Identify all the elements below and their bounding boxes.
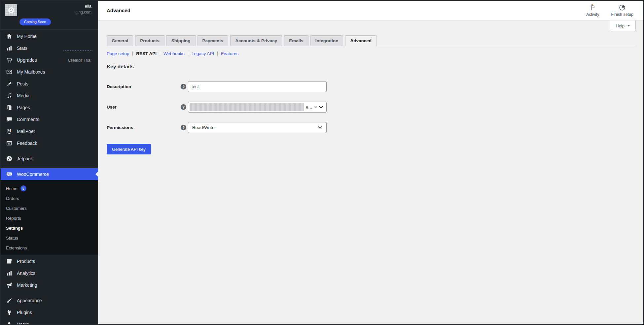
sidebar-item-label: My Home (17, 34, 37, 39)
home-count-badge: 5 (20, 185, 26, 191)
subnav-features[interactable]: Features (221, 51, 238, 56)
subnav-legacy-api[interactable]: Legacy API (192, 51, 214, 56)
tab-advanced[interactable]: Advanced (345, 35, 376, 46)
sidebar-item-label: Analytics (17, 271, 35, 276)
sidebar-item-users[interactable]: Users (1, 318, 98, 325)
mail-icon (6, 69, 13, 75)
sidebar-item-comments[interactable]: Comments (1, 114, 98, 125)
site-domain: aging.com (73, 10, 91, 15)
submenu-item-label: Home (6, 186, 18, 191)
clear-x-icon[interactable] (314, 106, 317, 109)
sidebar-item-plugins[interactable]: Plugins (1, 307, 98, 318)
subnav-webhooks[interactable]: Webhooks (163, 51, 185, 56)
topbar-actions: Activity Finish setup (586, 4, 633, 17)
sidebar-item-label: Media (17, 93, 29, 98)
user-label: User (107, 105, 181, 110)
submenu-item-settings[interactable]: Settings (1, 223, 98, 233)
woocommerce-icon: Woo (6, 171, 13, 178)
submenu-item-label: Status (6, 236, 18, 241)
svg-text:Woo: Woo (7, 173, 11, 175)
sidebar-item-mailpoet[interactable]: M MailPoet (1, 125, 98, 137)
topbar: Advanced Activity Finish setup (98, 1, 643, 20)
advanced-subnav: Page setup REST API Webhooks Legacy API … (107, 51, 635, 56)
permissions-value: Read/Write (192, 125, 214, 130)
user-value-truncated: e… (306, 105, 312, 110)
sidebar-item-products[interactable]: Products (1, 255, 98, 267)
sidebar-item-label: Stats (17, 46, 27, 51)
tab-shipping[interactable]: Shipping (166, 35, 196, 46)
user-select[interactable]: e… (188, 102, 327, 113)
permissions-label: Permissions (107, 125, 181, 130)
feedback-form-icon (6, 140, 13, 146)
submenu-item-status[interactable]: Status (1, 233, 98, 243)
sidebar-menu-lower: Products Analytics Marketing Appearance (1, 255, 98, 325)
submenu-item-reports[interactable]: Reports (1, 213, 98, 223)
pushpin-icon (6, 81, 13, 87)
help-icon[interactable]: ? (181, 84, 186, 89)
sidebar-item-label: Comments (17, 117, 39, 122)
sidebar-item-pages[interactable]: Pages (1, 102, 98, 114)
tab-payments[interactable]: Payments (197, 35, 229, 46)
sidebar-item-label: Appearance (17, 298, 42, 303)
sidebar-item-label: WooCommerce (17, 172, 49, 177)
submenu-item-orders[interactable]: Orders (1, 193, 98, 203)
subnav-page-setup[interactable]: Page setup (107, 51, 129, 56)
help-icon[interactable]: ? (181, 104, 186, 110)
product-box-icon (6, 258, 13, 265)
sidebar-item-appearance[interactable]: Appearance (1, 295, 98, 307)
sidebar-item-jetpack[interactable]: Jetpack (1, 153, 98, 165)
sidebar-item-stats[interactable]: Stats (1, 42, 98, 54)
tab-emails[interactable]: Emails (284, 35, 308, 46)
wp-admin-screen: ella aging.com Coming Soon My Home Stats (0, 0, 644, 325)
sidebar-item-label: My Mailboxes (17, 69, 45, 75)
activity-button[interactable]: Activity (586, 4, 599, 17)
sidebar-item-my-home[interactable]: My Home (1, 30, 98, 42)
coming-soon-badge[interactable]: Coming Soon (19, 18, 51, 25)
sidebar-item-label: Pages (17, 105, 30, 110)
generate-api-key-button[interactable]: Generate API key (107, 144, 151, 154)
submenu-item-customers[interactable]: Customers (1, 203, 98, 213)
chevron-down-icon (318, 126, 322, 129)
person-icon (6, 321, 13, 325)
submenu-item-label: Extensions (6, 245, 27, 250)
sidebar-item-label: Posts (17, 81, 28, 86)
description-row: Description ? (107, 81, 635, 92)
settings-content: General Products Shipping Payments Accou… (98, 20, 643, 324)
site-globe-icon (8, 7, 15, 14)
submenu-item-label: Settings (6, 226, 23, 231)
sidebar-item-my-mailboxes[interactable]: My Mailboxes (1, 66, 98, 78)
submenu-item-label: Customers (6, 206, 27, 211)
sidebar-item-media[interactable]: Media (1, 90, 98, 102)
sidebar-item-marketing[interactable]: Marketing (1, 279, 98, 291)
sidebar-site-header: ella aging.com Coming Soon (1, 1, 98, 30)
sidebar-item-feedback[interactable]: Feedback (1, 137, 98, 149)
help-icon[interactable]: ? (181, 125, 186, 130)
jetpack-icon (6, 155, 13, 162)
submenu-item-home[interactable]: Home 5 (1, 183, 98, 193)
sidebar-item-woocommerce[interactable]: Woo WooCommerce (1, 168, 98, 180)
tab-general[interactable]: General (107, 35, 133, 46)
sidebar-item-upgrades[interactable]: Upgrades Creator Trial (1, 54, 98, 66)
tab-products[interactable]: Products (135, 35, 164, 46)
key-details-form: Description ? User ? e… (107, 81, 635, 154)
tab-accounts-privacy[interactable]: Accounts & Privacy (230, 35, 282, 46)
description-input[interactable] (188, 81, 327, 92)
permissions-row: Permissions ? Read/Write (107, 122, 635, 133)
site-logo[interactable] (5, 4, 17, 16)
sidebar: ella aging.com Coming Soon My Home Stats (1, 1, 98, 324)
permissions-select[interactable]: Read/Write (188, 122, 327, 133)
finish-setup-label: Finish setup (611, 12, 633, 17)
submenu-item-extensions[interactable]: Extensions (1, 243, 98, 253)
finish-setup-button[interactable]: Finish setup (611, 4, 633, 17)
tab-integration[interactable]: Integration (310, 35, 343, 46)
subnav-rest-api[interactable]: REST API (136, 51, 157, 56)
woocommerce-submenu: Home 5 Orders Customers Reports Settings… (1, 180, 98, 255)
subnav-divider (132, 51, 133, 56)
svg-text:M: M (7, 128, 11, 133)
sidebar-item-posts[interactable]: Posts (1, 78, 98, 90)
mailpoet-icon: M (6, 128, 13, 135)
sidebar-item-analytics[interactable]: Analytics (1, 267, 98, 279)
stats-icon (6, 45, 13, 51)
user-row: User ? e… (107, 102, 635, 113)
plug-icon (6, 309, 13, 316)
